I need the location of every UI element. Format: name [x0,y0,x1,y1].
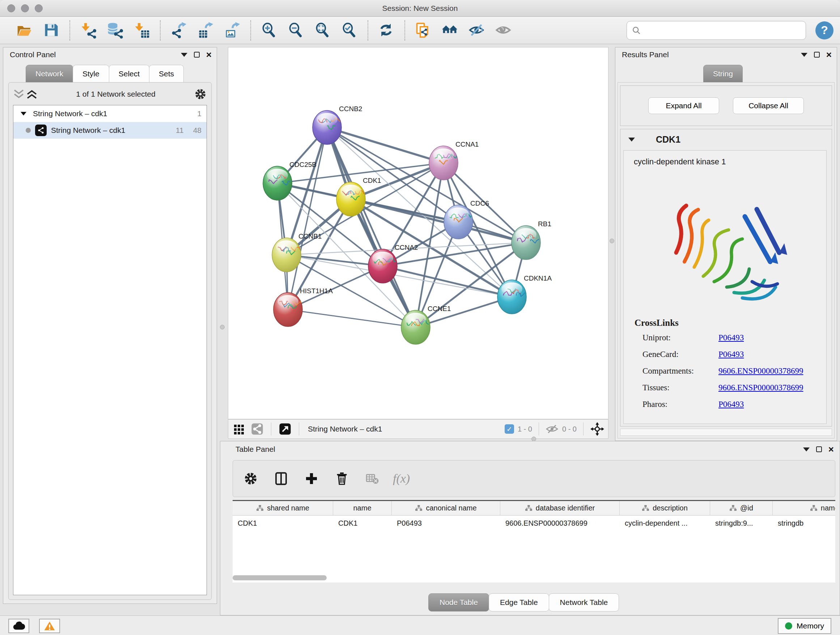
import-from-database-button[interactable] [105,20,125,41]
tab-sets[interactable]: Sets [149,65,184,82]
tab-edge-table[interactable]: Edge Table [489,593,549,611]
panel-menu-icon[interactable] [801,53,807,57]
tab-node-table[interactable]: Node Table [428,593,489,611]
create-column-button[interactable] [302,469,321,488]
panel-close-icon[interactable]: × [826,52,832,57]
zoom-out-button[interactable] [286,20,306,41]
edge-CCNB2-CCNA1[interactable] [327,127,444,163]
left-splitter-handle[interactable] [220,325,225,329]
network-row[interactable]: String Network – cdk1 11 48 [13,122,207,139]
column-header-@id[interactable]: @id [710,501,773,515]
panel-menu-icon[interactable] [803,448,810,451]
column-header-canonical-name[interactable]: canonical name [392,501,500,515]
panel-float-icon[interactable] [194,52,200,57]
collapse-all-icon[interactable] [12,89,25,100]
node-CCNB2[interactable]: CCNB2 [313,105,362,144]
panel-float-icon[interactable] [814,52,820,57]
results-scrollbar[interactable] [620,429,832,436]
crosslink-compartments[interactable]: 9606.ENSP00000378699 [718,366,804,376]
column-header-name[interactable]: name [333,501,392,515]
network-view[interactable]: CCNB2CCNA1CDC25BCDK1CDC6RB1CCNB1CCNA2CDK… [228,47,608,419]
delete-table-button[interactable] [363,469,382,488]
table-cell[interactable]: P06493 [392,516,500,531]
delete-column-button[interactable] [332,469,352,488]
home-networks-button[interactable] [440,20,460,41]
tab-network[interactable]: Network [26,65,73,82]
open-session-button[interactable] [14,20,35,41]
search-input[interactable] [644,26,801,35]
panel-close-icon[interactable]: × [829,447,834,452]
node-CCNA1[interactable]: CCNA1 [429,141,478,180]
show-all-button[interactable] [493,20,514,41]
fit-content-button[interactable] [590,422,605,436]
node-CDC25B[interactable]: CDC25B [263,161,317,200]
close-window-button[interactable] [7,4,15,12]
duplicate-network-button[interactable] [413,20,433,41]
zoom-window-button[interactable] [35,4,43,12]
node-CDKN1A[interactable]: CDKN1A [497,274,552,314]
table-cell[interactable]: cyclin-dependent ... [620,516,710,531]
edge-CCNB2-CCNE1[interactable] [327,127,416,327]
network-options-button[interactable] [193,87,208,101]
minimize-window-button[interactable] [21,4,29,12]
hide-selected-button[interactable] [467,20,487,41]
save-session-button[interactable] [41,20,62,41]
table-options-button[interactable] [241,469,261,488]
import-table-button[interactable] [132,20,152,41]
zoom-selected-button[interactable] [339,20,360,41]
table-cell[interactable]: CDK1 [333,516,392,531]
column-header-description[interactable]: description [620,501,710,515]
table-cell[interactable]: CDK1 [233,516,333,531]
table-cell[interactable]: stringdb [773,516,835,531]
function-builder-button[interactable]: f(x) [393,469,410,488]
right-splitter-handle[interactable] [609,239,614,243]
tab-network-table[interactable]: Network Table [549,593,619,611]
edge-HIST1H1A-CCNE1[interactable] [288,310,416,327]
export-network-button[interactable] [169,20,189,41]
crosslink-tissues[interactable]: 9606.ENSP00000378699 [718,383,804,393]
column-header-database-identifier[interactable]: database identifier [500,501,620,515]
tab-select[interactable]: Select [109,65,149,82]
open-in-new-window-button[interactable] [278,422,292,436]
crosslink-uniprot[interactable]: P06493 [718,333,744,342]
zoom-in-button[interactable] [259,20,279,41]
help-button[interactable]: ? [815,21,834,40]
memory-button[interactable]: Memory [778,618,831,634]
node-CDK1[interactable]: CDK1 [336,177,381,216]
table-cell[interactable]: stringdb:9... [710,516,773,531]
show-columns-button[interactable] [271,469,291,488]
panel-close-icon[interactable]: × [206,52,212,57]
refresh-view-button[interactable] [376,20,396,41]
table-cell[interactable]: 9606.ENSP00000378699 [500,516,620,531]
edge-CDK1-RB1[interactable] [351,199,526,242]
tab-string[interactable]: String [703,65,743,82]
cloud-status-button[interactable] [8,619,29,633]
network-collection-row[interactable]: String Network – cdk1 1 [13,105,207,122]
section-collapse-icon[interactable] [628,138,635,141]
expand-all-button[interactable]: Expand All [648,97,719,114]
column-header-namespace[interactable]: namespace [773,501,835,515]
panel-menu-icon[interactable] [181,53,187,57]
expand-all-icon[interactable] [25,89,38,100]
panel-float-icon[interactable] [816,447,822,452]
zoom-fit-button[interactable] [313,20,333,41]
column-header-shared-name[interactable]: shared name [233,501,333,515]
table-row[interactable]: CDK1CDK1P064939606.ENSP00000378699cyclin… [233,516,835,531]
string-view-button[interactable] [250,422,264,436]
collapse-all-button[interactable]: Collapse All [733,97,804,114]
birds-eye-view-button[interactable] [232,422,246,436]
export-table-button[interactable] [195,20,216,41]
tab-style[interactable]: Style [73,65,109,82]
crosslink-genecard[interactable]: P06493 [718,350,744,359]
crosslink-pharos[interactable]: P06493 [718,400,744,409]
node-RB1[interactable]: RB1 [512,220,551,260]
import-network-button[interactable] [78,20,98,41]
export-image-button[interactable] [222,20,242,41]
selected-checkbox[interactable]: ✓ [505,424,514,434]
node-CDC6[interactable]: CDC6 [444,200,489,239]
table-horizontal-scrollbar[interactable] [233,575,327,580]
node-HIST1H1A[interactable]: HIST1H1A [273,287,333,326]
node-CCNB1[interactable]: CCNB1 [272,233,322,272]
warnings-button[interactable] [39,619,60,633]
tree-expand-icon[interactable] [21,112,27,116]
